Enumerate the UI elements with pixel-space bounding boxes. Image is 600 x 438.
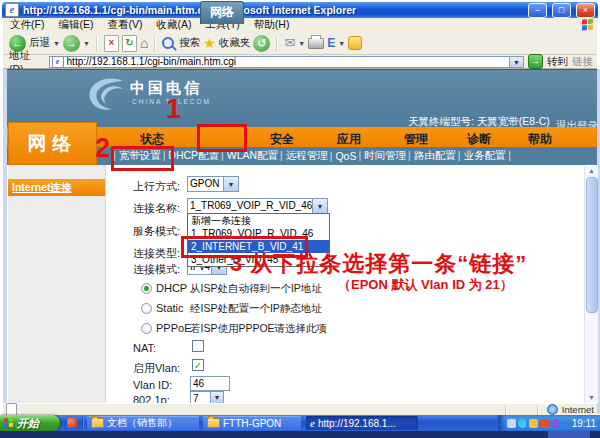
title-bar: e http://192.168.1.1/cgi-bin/main.htm.cg…	[2, 2, 598, 18]
tab-management[interactable]: 管理	[404, 131, 428, 148]
ie-page-icon: e	[5, 3, 19, 17]
annotation-step3-text: 3 从下拉条选择第一条“链接”	[230, 249, 527, 279]
refresh-icon[interactable]: ↻	[122, 35, 137, 52]
nat-checkbox[interactable]	[192, 340, 204, 352]
minimize-button[interactable]: −	[528, 3, 547, 18]
toolbar-separator	[96, 35, 98, 52]
chevron-down-icon[interactable]: ▼	[223, 177, 238, 191]
tab-diagnosis[interactable]: 诊断	[467, 131, 491, 148]
dropdown-option-new[interactable]: 新增一条连接	[188, 214, 329, 227]
subtab-route[interactable]: 路由配置	[408, 149, 456, 163]
brand-banner: 中国电信 CHINA TELECOM 天翼终端型号: 天翼宽带(E8-C) 退出…	[7, 69, 597, 128]
taskbar: 开始 文档（销售部） FTTH-GPON e http://192.168.1.…	[0, 415, 600, 431]
back-dropdown-icon[interactable]: ▼	[53, 40, 60, 47]
subtab-remote[interactable]: 远程管理	[280, 149, 328, 163]
menu-favorites[interactable]: 收藏(A)	[149, 18, 198, 32]
china-telecom-logo-icon	[87, 76, 127, 112]
start-flag-icon	[4, 418, 14, 429]
address-input[interactable]	[67, 57, 507, 67]
page-scrollbar[interactable]: ▲ ▼	[584, 166, 598, 403]
background-window-strip-highlight	[548, 431, 590, 438]
forward-icon[interactable]: →	[63, 35, 80, 52]
messenger-icon[interactable]	[348, 36, 362, 50]
status-bar: Internet	[3, 403, 597, 415]
section-title: 网络	[8, 122, 97, 165]
tray-icon-red[interactable]	[540, 419, 549, 428]
taskbar-task-browser[interactable]: e http://192.168.1...	[306, 416, 418, 430]
volume-icon[interactable]	[507, 419, 516, 428]
vlan-enable-checkbox[interactable]	[192, 359, 204, 371]
favorites-star-icon[interactable]: ★	[203, 36, 216, 50]
tab-security[interactable]: 安全	[270, 131, 294, 148]
radio-static-label[interactable]: Static	[156, 302, 184, 314]
sidebar-item-internet[interactable]: Internet连接	[8, 179, 105, 196]
start-button[interactable]: 开始	[0, 415, 60, 431]
taskbar-task-ftth[interactable]: FTTH-GPON	[203, 416, 301, 430]
vlan-id-input[interactable]	[190, 376, 230, 391]
annotation-box-network-tab	[197, 124, 247, 152]
home-icon[interactable]: ⌂	[140, 36, 148, 51]
links-label[interactable]: 链接	[572, 55, 593, 69]
scroll-up-icon[interactable]: ▲	[585, 166, 598, 176]
sidebar	[8, 165, 106, 403]
scroll-down-icon[interactable]: ▼	[585, 393, 598, 403]
quick-launch-icon[interactable]	[67, 418, 77, 428]
menu-bar: 文件(F) 编辑(E) 查看(V) 收藏(A) 工具(T) 帮助(H)	[3, 18, 597, 33]
menu-edit[interactable]: 编辑(E)	[51, 18, 100, 32]
tab-network[interactable]: 网络	[200, 1, 244, 24]
go-arrow-icon[interactable]: →	[528, 54, 543, 69]
favorites-label[interactable]: 收藏夹	[219, 36, 251, 50]
search-label[interactable]: 搜索	[179, 36, 200, 50]
tray-icon-blue[interactable]	[518, 419, 527, 428]
menu-file[interactable]: 文件(F)	[3, 18, 51, 32]
taskbar-task-documents[interactable]: 文档（销售部）	[87, 416, 199, 430]
restore-button[interactable]: □	[552, 3, 571, 18]
url-page-icon: e	[52, 56, 64, 68]
radio-dhcp[interactable]	[141, 283, 152, 294]
print-icon[interactable]	[308, 38, 324, 49]
forward-dropdown-icon[interactable]: ▼	[83, 40, 90, 47]
tab-help[interactable]: 帮助	[528, 131, 552, 148]
tab-application[interactable]: 应用	[337, 131, 361, 148]
address-dropdown-icon[interactable]: ▼	[509, 57, 523, 67]
history-icon[interactable]: ↺	[253, 35, 270, 52]
edit-dropdown-icon[interactable]: ▼	[338, 40, 345, 47]
status-pane-divider	[505, 405, 507, 415]
radio-dhcp-label[interactable]: DHCP	[156, 282, 187, 294]
mail-dropdown-icon[interactable]: ▼	[298, 40, 305, 47]
subtab-qos[interactable]: QoS	[330, 150, 357, 162]
annotation-box-broadband-subtab	[111, 146, 174, 171]
search-icon[interactable]	[162, 37, 174, 49]
tray-icon-shield[interactable]	[529, 419, 538, 428]
subtab-service[interactable]: 业务配置	[458, 149, 511, 163]
vlan-id-label: Vlan ID:	[133, 379, 172, 391]
annotation-step1-number: 1	[166, 96, 181, 123]
address-bar: 地址(D) e ▼ → 转到 链接	[3, 55, 597, 69]
screen: e http://192.168.1.1/cgi-bin/main.htm.cg…	[0, 0, 600, 438]
folder-icon	[207, 418, 220, 428]
edit-icon[interactable]: E	[327, 36, 335, 50]
stop-icon[interactable]: ×	[104, 35, 119, 52]
internet-zone-globe-icon	[547, 404, 558, 415]
windows-logo-icon	[582, 18, 594, 31]
uplink-select[interactable]: GPON ▼	[187, 176, 239, 192]
subtab-time[interactable]: 时间管理	[358, 149, 406, 163]
menu-view[interactable]: 查看(V)	[100, 18, 149, 32]
folder-icon	[91, 418, 104, 428]
scrollbar-thumb[interactable]	[586, 177, 598, 313]
chevron-down-icon[interactable]: ▼	[312, 199, 327, 213]
go-label[interactable]: 转到	[547, 55, 568, 69]
tray-icon-purple[interactable]	[551, 419, 560, 428]
radio-dhcp-desc: 从ISP处自动得到一个IP地址	[190, 282, 322, 296]
clock: 19:11	[572, 418, 596, 429]
chevron-down-icon[interactable]: ▼	[210, 392, 223, 403]
close-button[interactable]: ×	[576, 3, 595, 18]
connection-name-select[interactable]: 1_TR069_VOIP_R_VID_46 ▼	[187, 198, 328, 214]
radio-pppoe-label[interactable]: PPPoE	[156, 322, 191, 334]
menu-help[interactable]: 帮助(H)	[247, 18, 297, 32]
mail-icon[interactable]: ✉	[284, 36, 295, 50]
toolbar-separator	[154, 35, 156, 52]
radio-static[interactable]	[141, 303, 152, 314]
radio-pppoe[interactable]	[141, 323, 152, 334]
vlan-enable-label: 启用Vlan:	[133, 361, 180, 376]
